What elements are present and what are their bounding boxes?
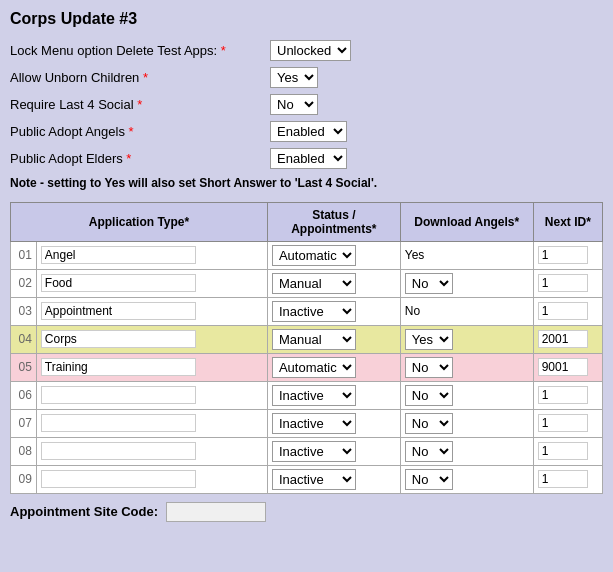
app-type-input[interactable] bbox=[41, 302, 196, 320]
app-type-cell bbox=[36, 465, 267, 493]
status-cell: AutomaticManualInactive bbox=[267, 381, 400, 409]
row-number: 06 bbox=[11, 381, 37, 409]
status-select[interactable]: AutomaticManualInactive bbox=[272, 385, 356, 406]
row-number: 05 bbox=[11, 353, 37, 381]
table-row: 03AutomaticManualInactiveNo bbox=[11, 297, 603, 325]
field-row-public-adopt-angels: Public Adopt Angels *EnabledDisabled bbox=[10, 121, 603, 142]
status-select[interactable]: AutomaticManualInactive bbox=[272, 301, 356, 322]
table-row: 02AutomaticManualInactiveYesNo bbox=[11, 269, 603, 297]
row-number: 04 bbox=[11, 325, 37, 353]
status-cell: AutomaticManualInactive bbox=[267, 325, 400, 353]
row-number: 01 bbox=[11, 241, 37, 269]
download-cell: No bbox=[400, 297, 533, 325]
nextid-cell bbox=[533, 437, 602, 465]
download-cell: YesNo bbox=[400, 269, 533, 297]
app-type-input[interactable] bbox=[41, 386, 196, 404]
select-public-adopt-elders[interactable]: EnabledDisabled bbox=[270, 148, 347, 169]
download-select[interactable]: YesNo bbox=[405, 357, 453, 378]
nextid-input[interactable] bbox=[538, 414, 588, 432]
table-row: 08AutomaticManualInactiveYesNo bbox=[11, 437, 603, 465]
download-select[interactable]: YesNo bbox=[405, 329, 453, 350]
nextid-input[interactable] bbox=[538, 330, 588, 348]
select-require-last4[interactable]: NoYes bbox=[270, 94, 318, 115]
nextid-cell bbox=[533, 409, 602, 437]
status-cell: AutomaticManualInactive bbox=[267, 297, 400, 325]
status-select[interactable]: AutomaticManualInactive bbox=[272, 441, 356, 462]
download-cell: YesNo bbox=[400, 381, 533, 409]
status-select[interactable]: AutomaticManualInactive bbox=[272, 245, 356, 266]
status-cell: AutomaticManualInactive bbox=[267, 409, 400, 437]
field-label-allow-unborn: Allow Unborn Children * bbox=[10, 70, 270, 85]
app-type-cell bbox=[36, 241, 267, 269]
download-select[interactable]: YesNo bbox=[405, 385, 453, 406]
appt-site-input[interactable] bbox=[166, 502, 266, 522]
status-cell: AutomaticManualInactive bbox=[267, 465, 400, 493]
app-type-cell bbox=[36, 437, 267, 465]
status-select[interactable]: AutomaticManualInactive bbox=[272, 273, 356, 294]
nextid-input[interactable] bbox=[538, 470, 588, 488]
bottom-row: Appointment Site Code: bbox=[10, 502, 603, 522]
app-type-input[interactable] bbox=[41, 442, 196, 460]
app-type-table: Application Type* Status /Appointments* … bbox=[10, 202, 603, 494]
status-select[interactable]: AutomaticManualInactive bbox=[272, 413, 356, 434]
status-select[interactable]: AutomaticManualInactive bbox=[272, 329, 356, 350]
nextid-cell bbox=[533, 297, 602, 325]
nextid-input[interactable] bbox=[538, 386, 588, 404]
nextid-cell bbox=[533, 241, 602, 269]
row-number: 09 bbox=[11, 465, 37, 493]
nextid-input[interactable] bbox=[538, 246, 588, 264]
download-cell: YesNo bbox=[400, 353, 533, 381]
status-select[interactable]: AutomaticManualInactive bbox=[272, 469, 356, 490]
app-type-input[interactable] bbox=[41, 274, 196, 292]
download-select[interactable]: YesNo bbox=[405, 413, 453, 434]
nextid-cell bbox=[533, 325, 602, 353]
nextid-cell bbox=[533, 465, 602, 493]
status-select[interactable]: AutomaticManualInactive bbox=[272, 357, 356, 378]
select-lock-menu[interactable]: UnlockedLocked bbox=[270, 40, 351, 61]
table-section: Application Type* Status /Appointments* … bbox=[10, 202, 603, 494]
field-label-lock-menu: Lock Menu option Delete Test Apps: * bbox=[10, 43, 270, 58]
nextid-input[interactable] bbox=[538, 274, 588, 292]
field-label-public-adopt-angels: Public Adopt Angels * bbox=[10, 124, 270, 139]
field-row-allow-unborn: Allow Unborn Children *YesNo bbox=[10, 67, 603, 88]
download-select[interactable]: YesNo bbox=[405, 273, 453, 294]
status-cell: AutomaticManualInactive bbox=[267, 241, 400, 269]
status-cell: AutomaticManualInactive bbox=[267, 269, 400, 297]
form-container: Corps Update #3 Lock Menu option Delete … bbox=[10, 10, 603, 522]
nextid-cell bbox=[533, 381, 602, 409]
row-number: 03 bbox=[11, 297, 37, 325]
nextid-input[interactable] bbox=[538, 302, 588, 320]
app-type-input[interactable] bbox=[41, 470, 196, 488]
field-label-public-adopt-elders: Public Adopt Elders * bbox=[10, 151, 270, 166]
app-type-input[interactable] bbox=[41, 246, 196, 264]
field-row-lock-menu: Lock Menu option Delete Test Apps: *Unlo… bbox=[10, 40, 603, 61]
nextid-input[interactable] bbox=[538, 442, 588, 460]
status-cell: AutomaticManualInactive bbox=[267, 437, 400, 465]
row-number: 07 bbox=[11, 409, 37, 437]
select-public-adopt-angels[interactable]: EnabledDisabled bbox=[270, 121, 347, 142]
col-header-nextid: Next ID* bbox=[533, 202, 602, 241]
app-type-input[interactable] bbox=[41, 358, 196, 376]
app-type-input[interactable] bbox=[41, 330, 196, 348]
appt-site-label: Appointment Site Code: bbox=[10, 504, 158, 519]
download-cell: Yes bbox=[400, 241, 533, 269]
download-select[interactable]: YesNo bbox=[405, 469, 453, 490]
app-type-cell bbox=[36, 353, 267, 381]
table-row: 05AutomaticManualInactiveYesNo bbox=[11, 353, 603, 381]
app-type-input[interactable] bbox=[41, 414, 196, 432]
nextid-cell bbox=[533, 353, 602, 381]
status-cell: AutomaticManualInactive bbox=[267, 353, 400, 381]
download-select[interactable]: YesNo bbox=[405, 441, 453, 462]
download-cell: YesNo bbox=[400, 409, 533, 437]
field-row-public-adopt-elders: Public Adopt Elders *EnabledDisabled bbox=[10, 148, 603, 169]
page-title: Corps Update #3 bbox=[10, 10, 603, 28]
table-row: 04AutomaticManualInactiveYesNo bbox=[11, 325, 603, 353]
nextid-input[interactable] bbox=[538, 358, 588, 376]
app-type-cell bbox=[36, 297, 267, 325]
col-header-status: Status /Appointments* bbox=[267, 202, 400, 241]
row-number: 02 bbox=[11, 269, 37, 297]
row-number: 08 bbox=[11, 437, 37, 465]
select-allow-unborn[interactable]: YesNo bbox=[270, 67, 318, 88]
field-label-require-last4: Require Last 4 Social * bbox=[10, 97, 270, 112]
col-header-apptype: Application Type* bbox=[11, 202, 268, 241]
